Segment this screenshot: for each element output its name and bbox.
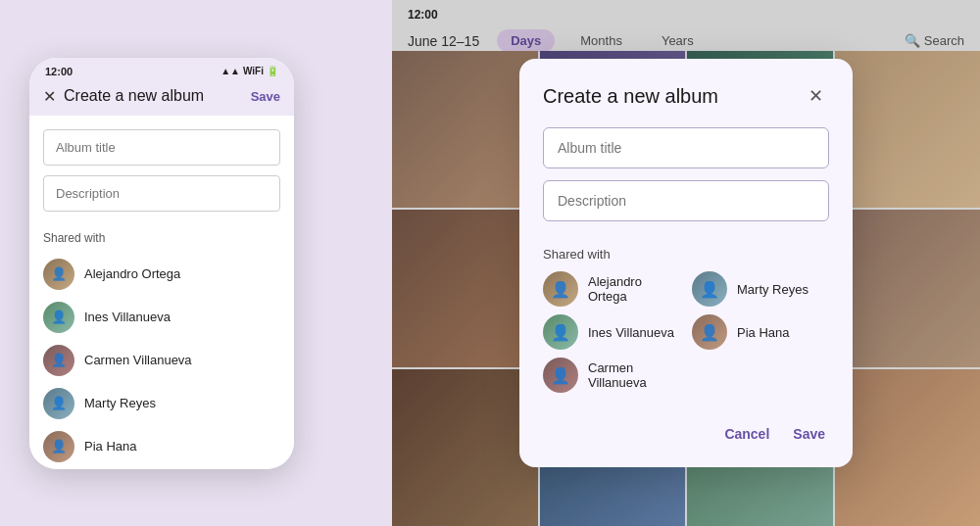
phone-description-input[interactable] xyxy=(43,175,280,212)
phone-header: ✕ Create a new album Save xyxy=(29,81,294,116)
dialog-save-button[interactable]: Save xyxy=(789,420,829,448)
phone-header-left: ✕ Create a new album xyxy=(43,87,204,106)
phone-dialog-title: Create a new album xyxy=(64,87,204,105)
dialog-shared-with-label: Shared with xyxy=(543,247,829,262)
wifi-icon: WiFi xyxy=(243,66,264,76)
tablet-mockup: 12:00 June 12–15 Days Months Years 🔍 Sea… xyxy=(392,0,980,526)
avatar: 👤 xyxy=(43,259,74,290)
person-name: Pia Hana xyxy=(737,325,789,340)
avatar: 👤 xyxy=(543,314,578,350)
phone-shared-with-label: Shared with xyxy=(43,231,280,245)
dialog-album-title-input[interactable] xyxy=(543,127,829,168)
avatar: 👤 xyxy=(43,431,74,462)
list-item: 👤 Ines Villanueva xyxy=(543,314,680,350)
avatar: 👤 xyxy=(43,302,74,333)
phone-status-bar: 12:00 ▲▲ WiFi 🔋 xyxy=(29,58,294,81)
phone-body: Shared with 👤 Alejandro Ortega 👤 Ines Vi… xyxy=(29,116,294,469)
avatar: 👤 xyxy=(543,271,578,307)
avatar: 👤 xyxy=(43,388,74,419)
dialog-cancel-button[interactable]: Cancel xyxy=(720,420,773,448)
list-item: 👤 Carmen Villanueva xyxy=(43,339,280,382)
list-item: 👤 Carmen Villanueva xyxy=(543,358,680,393)
phone-clock: 12:00 xyxy=(45,66,73,77)
person-name: Ines Villanueva xyxy=(588,325,674,340)
dialog-persons-grid: 👤 Alejandro Ortega 👤 Marty Reyes 👤 Ines … xyxy=(543,271,829,393)
person-name: Carmen Villanueva xyxy=(588,360,680,390)
person-name: Marty Reyes xyxy=(84,396,156,410)
list-item: 👤 Pia Hana xyxy=(43,425,280,468)
person-name: Carmen Villanueva xyxy=(84,353,192,367)
dialog-title-row: Create a new album ✕ xyxy=(543,82,829,110)
person-name: Marty Reyes xyxy=(737,282,808,297)
list-item: 👤 Ines Villanueva xyxy=(43,296,280,339)
dialog-close-button[interactable]: ✕ xyxy=(802,82,829,110)
avatar: 👤 xyxy=(692,314,727,350)
phone-status-icons: ▲▲ WiFi 🔋 xyxy=(220,66,278,76)
signal-icon: ▲▲ xyxy=(220,66,240,76)
person-name: Alejandro Ortega xyxy=(588,274,680,304)
avatar: 👤 xyxy=(692,271,727,307)
dialog-overlay: Create a new album ✕ Shared with 👤 Aleja… xyxy=(392,0,980,526)
list-item: 👤 Pia Hana xyxy=(692,314,829,350)
avatar: 👤 xyxy=(543,358,578,393)
phone-screen: 12:00 ▲▲ WiFi 🔋 ✕ Create a new album Sav… xyxy=(29,58,294,469)
phone-close-icon[interactable]: ✕ xyxy=(43,87,56,106)
dialog-footer: Cancel Save xyxy=(543,412,829,448)
person-name: Ines Villanueva xyxy=(84,310,171,324)
list-item: 👤 Marty Reyes xyxy=(43,382,280,425)
list-item: 👤 Alejandro Ortega xyxy=(43,253,280,296)
list-item: 👤 Alejandro Ortega xyxy=(543,271,680,307)
dialog-title: Create a new album xyxy=(543,85,718,108)
avatar: 👤 xyxy=(43,345,74,376)
battery-icon: 🔋 xyxy=(267,66,278,76)
phone-save-button[interactable]: Save xyxy=(251,89,280,104)
create-album-dialog: Create a new album ✕ Shared with 👤 Aleja… xyxy=(519,59,853,467)
phone-album-title-input[interactable] xyxy=(43,129,280,166)
person-name: Alejandro Ortega xyxy=(84,266,180,281)
person-name: Pia Hana xyxy=(84,439,136,454)
dialog-description-input[interactable] xyxy=(543,180,829,221)
phone-mockup: 12:00 ▲▲ WiFi 🔋 ✕ Create a new album Sav… xyxy=(29,58,294,469)
tablet-screen: 12:00 June 12–15 Days Months Years 🔍 Sea… xyxy=(392,0,980,526)
list-item: 👤 Marty Reyes xyxy=(692,271,829,307)
